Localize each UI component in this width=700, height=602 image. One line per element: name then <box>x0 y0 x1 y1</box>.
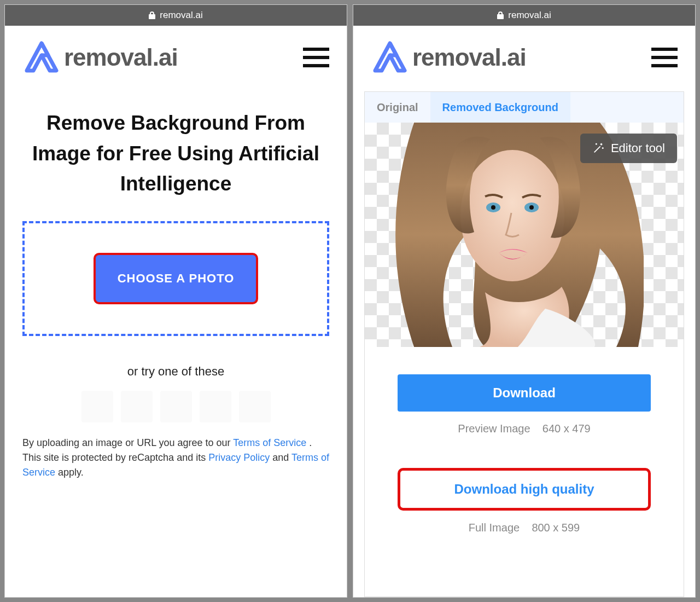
screen-upload: removal.ai removal.ai Remove Background … <box>4 4 347 598</box>
privacy-link[interactable]: Privacy Policy <box>208 452 270 463</box>
meta-dims: 800 x 599 <box>532 522 580 534</box>
try-samples-label: or try one of these <box>5 364 347 379</box>
upload-disclaimer: By uploading an image or URL you agree t… <box>5 422 347 480</box>
upload-dropzone[interactable]: CHOOSE A PHOTO <box>22 221 329 336</box>
disclaimer-text: apply. <box>58 467 84 478</box>
result-tabs: Original Removed Background <box>365 92 684 123</box>
meta-label: Preview Image <box>458 422 530 435</box>
lock-icon <box>497 11 504 19</box>
hamburger-menu-icon[interactable] <box>651 48 678 67</box>
url-bar: removal.ai <box>353 5 695 26</box>
download-high-quality-button[interactable]: Download high quality <box>398 468 651 511</box>
sample-thumb[interactable] <box>160 391 192 422</box>
scrollbar-thumb[interactable] <box>695 76 696 136</box>
full-image-meta: Full Image 800 x 599 <box>398 522 651 534</box>
result-panel: Original Removed Background <box>364 91 684 597</box>
svg-point-0 <box>460 150 564 281</box>
sample-thumb[interactable] <box>121 391 153 422</box>
url-text: removal.ai <box>508 10 551 21</box>
logo-mark-icon <box>371 41 409 74</box>
site-header: removal.ai <box>5 26 347 91</box>
svg-point-4 <box>529 205 534 210</box>
editor-tool-button[interactable]: Editor tool <box>580 134 677 163</box>
meta-label: Full Image <box>469 522 520 534</box>
sample-thumb[interactable] <box>239 391 271 422</box>
disclaimer-text: By uploading an image or URL you agree t… <box>22 437 233 448</box>
brand-logo[interactable]: removal.ai <box>371 41 526 74</box>
brand-text: removal.ai <box>64 44 178 71</box>
brand-logo[interactable]: removal.ai <box>22 41 178 74</box>
terms-link[interactable]: Terms of Service <box>233 437 306 448</box>
brand-text: removal.ai <box>412 44 526 71</box>
hero-title: Remove Background From Image for Free Us… <box>5 91 347 221</box>
logo-mark-icon <box>22 41 61 74</box>
sample-thumbnails <box>5 391 347 422</box>
choose-photo-button[interactable]: CHOOSE A PHOTO <box>94 253 259 304</box>
tab-original[interactable]: Original <box>365 92 430 123</box>
result-preview: Editor tool <box>365 123 684 347</box>
site-header: removal.ai <box>353 26 695 91</box>
magic-wand-icon <box>592 142 604 154</box>
tab-removed-background[interactable]: Removed Background <box>430 92 570 123</box>
download-button[interactable]: Download <box>398 374 651 412</box>
meta-dims: 640 x 479 <box>542 422 591 435</box>
screen-result: removal.ai removal.ai Original Removed B… <box>353 4 696 598</box>
hamburger-menu-icon[interactable] <box>303 48 329 67</box>
sample-thumb[interactable] <box>200 391 231 422</box>
editor-tool-label: Editor tool <box>611 141 665 155</box>
lock-icon <box>149 11 155 19</box>
download-section: Download Preview Image 640 x 479 Downloa… <box>365 347 684 534</box>
url-bar: removal.ai <box>5 5 347 26</box>
sample-thumb[interactable] <box>81 391 113 422</box>
url-text: removal.ai <box>160 10 202 21</box>
preview-image-meta: Preview Image 640 x 479 <box>398 422 651 435</box>
svg-point-3 <box>491 205 495 210</box>
disclaimer-text: and <box>272 452 291 463</box>
